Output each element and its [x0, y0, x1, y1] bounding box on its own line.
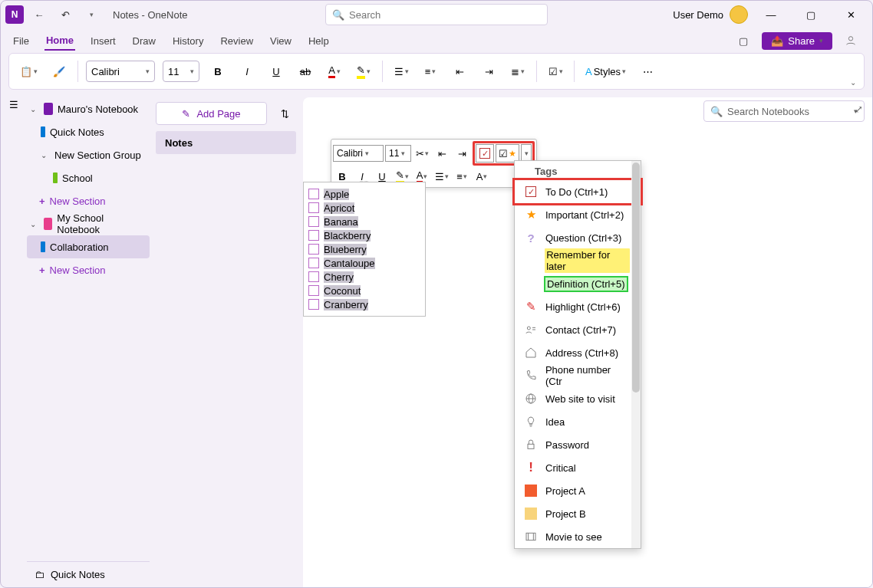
tag-row[interactable]: Project B [515, 502, 641, 525]
quick-notes-footer[interactable]: 🗀 Quick Notes [27, 561, 150, 587]
highlight-button[interactable]: ✎▾ [353, 59, 374, 84]
page-item-notes[interactable]: Notes [156, 131, 296, 154]
minimize-button[interactable]: — [754, 3, 788, 26]
tab-help[interactable]: Help [307, 32, 331, 50]
back-button[interactable]: ← [28, 4, 50, 25]
format-painter-button[interactable]: 🖌️ [48, 59, 70, 84]
tab-file[interactable]: File [12, 32, 31, 50]
expand-icon[interactable]: ⤢ [855, 103, 863, 115]
tags-button[interactable]: ☑▾ [545, 59, 566, 84]
numbering-button[interactable]: ≡▾ [420, 59, 441, 84]
more-commands-button[interactable]: ⋯ [637, 59, 658, 84]
new-section-button-2[interactable]: + New Section [27, 258, 150, 281]
underline-button[interactable]: U [265, 59, 287, 84]
tag-row[interactable]: !Critical [515, 456, 641, 479]
tag-row[interactable]: Web site to visit [515, 387, 641, 410]
tag-row[interactable]: Contact (Ctrl+7) [515, 318, 641, 341]
section-collaboration[interactable]: Collaboration [27, 235, 150, 258]
tab-review[interactable]: Review [219, 32, 255, 50]
close-button[interactable]: ✕ [834, 3, 868, 26]
tab-home[interactable]: Home [44, 31, 75, 51]
checkbox-icon[interactable] [308, 258, 319, 268]
bold-button[interactable]: B [207, 59, 229, 84]
checkbox-icon[interactable] [308, 202, 319, 213]
tab-draw[interactable]: Draw [131, 32, 157, 50]
tab-history[interactable]: History [171, 32, 205, 50]
list-item[interactable]: Apple [308, 187, 425, 201]
tag-row[interactable]: Address (Ctrl+8) [515, 341, 641, 364]
notebook-mauros[interactable]: ⌄ Mauro's Notebook [27, 97, 150, 120]
outdent-button[interactable]: ⇤ [449, 59, 470, 84]
checkbox-icon[interactable] [308, 299, 319, 310]
new-section-button[interactable]: + New Section [27, 189, 150, 212]
quick-access-dropdown[interactable]: ▾ [81, 4, 102, 25]
share-button[interactable]: 📤 Share ▾ [762, 32, 832, 50]
list-item[interactable]: Blackberry [308, 228, 425, 242]
mini-font-family[interactable]: Calibri▾ [333, 145, 384, 162]
undo-button[interactable]: ↶ [54, 4, 76, 25]
font-family-combo[interactable]: Calibri▾ [86, 61, 155, 82]
mini-numbering[interactable]: ≡▾ [453, 167, 471, 186]
sort-pages-button[interactable]: ⇅ [273, 102, 296, 125]
tag-row[interactable]: Password [515, 433, 641, 456]
mini-todo-button[interactable]: ✓ [476, 144, 494, 163]
mini-format-painter[interactable]: ✂▾ [413, 144, 431, 163]
checkbox-icon[interactable] [308, 244, 319, 255]
list-item[interactable]: Coconut [308, 284, 425, 297]
tab-insert[interactable]: Insert [89, 32, 117, 50]
section-school[interactable]: School [27, 166, 150, 189]
collapse-ribbon-button[interactable]: ⌄ [850, 78, 856, 87]
mini-styles[interactable]: A▾ [473, 167, 491, 186]
search-notebooks-input[interactable]: 🔍 Search Notebooks ▾ [703, 100, 865, 122]
paste-button[interactable]: 📋▾ [17, 59, 41, 84]
note-canvas[interactable]: 🔍 Search Notebooks ▾ ⤢ Notes Calibri▾ 11… [303, 97, 872, 587]
list-item[interactable]: Blueberry [308, 242, 425, 256]
tag-row[interactable]: Movie to see [515, 525, 641, 548]
list-item[interactable]: Cantaloupe [308, 256, 425, 270]
tag-row[interactable]: Project A [515, 479, 641, 502]
tag-row[interactable]: ✓To Do (Ctrl+1) [515, 180, 641, 203]
section-quick-notes[interactable]: Quick Notes [27, 120, 150, 143]
tag-row[interactable]: Definition (Ctrl+5) [515, 272, 641, 295]
checkbox-icon[interactable] [308, 285, 319, 296]
styles-button[interactable]: AStyles▾ [582, 59, 629, 84]
tab-view[interactable]: View [268, 32, 293, 50]
scrollbar-thumb[interactable] [632, 163, 640, 393]
fullscreen-toggle-button[interactable]: ▢ [733, 30, 754, 51]
align-button[interactable]: ≣▾ [507, 59, 529, 84]
avatar[interactable] [730, 5, 748, 24]
strikethrough-button[interactable]: ab [295, 59, 316, 84]
content-block[interactable]: ┄┄ AppleApricotBananaBlackberryBlueberry… [303, 182, 426, 317]
list-item[interactable]: Apricot [308, 201, 425, 215]
tag-row[interactable]: ?Question (Ctrl+3) [515, 226, 641, 249]
checkbox-icon[interactable] [308, 271, 319, 282]
maximize-button[interactable]: ▢ [794, 3, 828, 26]
notebook-school[interactable]: ⌄ My School Notebook [27, 212, 150, 235]
tag-row[interactable]: ✎Highlight (Ctrl+6) [515, 295, 641, 318]
font-color-button[interactable]: A▾ [324, 59, 345, 84]
list-item[interactable]: Banana [308, 215, 425, 228]
block-handle-top[interactable]: ┄┄ [358, 178, 371, 182]
hamburger-toggle[interactable]: ☰ [9, 99, 18, 587]
mini-indent[interactable]: ⇥ [453, 144, 471, 163]
mini-font-size[interactable]: 11▾ [385, 145, 411, 162]
italic-button[interactable]: I [236, 59, 258, 84]
checkbox-icon[interactable] [308, 230, 319, 241]
checkbox-icon[interactable] [308, 216, 319, 227]
mini-outdent[interactable]: ⇤ [433, 144, 451, 163]
checkbox-icon[interactable] [308, 189, 319, 199]
bullets-button[interactable]: ☰▾ [390, 59, 412, 84]
tag-row[interactable]: Remember for later [515, 249, 641, 272]
tag-row[interactable]: ★Important (Ctrl+2) [515, 203, 641, 226]
tag-row[interactable]: Phone number (Ctr [515, 364, 641, 387]
scrollbar[interactable] [631, 161, 641, 548]
add-page-button[interactable]: ✎ Add Page [156, 102, 267, 125]
section-group-new[interactable]: ⌄ New Section Group [27, 143, 150, 166]
user-name[interactable]: User Demo [673, 9, 723, 21]
feed-button[interactable] [840, 30, 861, 51]
mini-bullets[interactable]: ☰▾ [433, 167, 451, 186]
list-item[interactable]: Cherry [308, 270, 425, 284]
global-search[interactable]: 🔍 Search [325, 4, 548, 25]
tag-row[interactable]: Idea [515, 410, 641, 433]
font-size-combo[interactable]: 11▾ [163, 61, 199, 82]
